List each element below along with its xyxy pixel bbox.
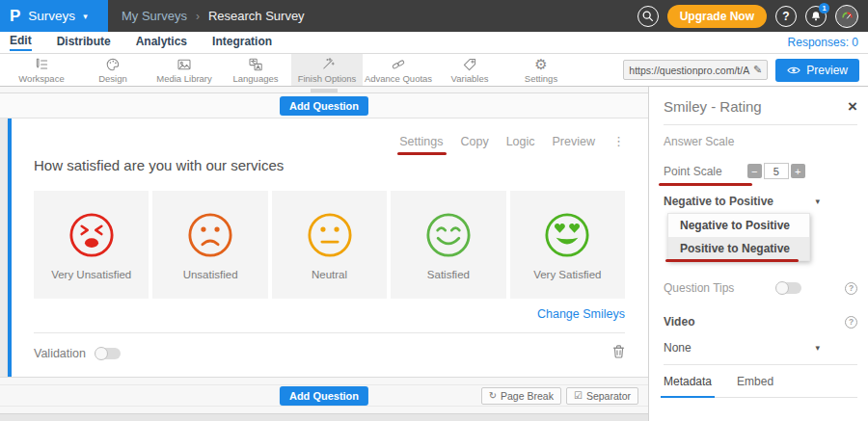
separator-label: Separator [586, 390, 631, 402]
video-row: Video ? [664, 315, 857, 329]
add-question-button-bottom[interactable]: Add Question [280, 386, 368, 406]
question-mark-icon: ? [782, 10, 789, 23]
change-smileys-link[interactable]: Change Smileys [537, 307, 625, 321]
header-actions: Upgrade Now ? 1 [637, 5, 868, 28]
add-question-row-bottom: Add Question ↻Page Break ☑Separator [0, 377, 648, 414]
nav-tab-edit[interactable]: Edit [10, 34, 32, 51]
toolbar-design[interactable]: Design [77, 54, 149, 86]
add-question-button-top[interactable]: Add Question [280, 96, 368, 116]
toolbar-advance-quotas[interactable]: Advance Quotas [363, 54, 434, 86]
tab-metadata[interactable]: Metadata [664, 375, 712, 397]
add-question-row-top: Add Question [0, 93, 648, 118]
breadcrumb-separator-icon: › [196, 10, 200, 23]
product-switcher[interactable]: P Surveys ▾ [0, 0, 108, 32]
insert-controls: ↻Page Break ☑Separator [481, 387, 648, 405]
toolbar-label: Advance Quotas [365, 73, 432, 84]
trash-icon [612, 344, 625, 358]
point-scale-label: Point Scale [664, 165, 722, 178]
decrement-button[interactable]: − [747, 164, 762, 178]
tab-embed[interactable]: Embed [737, 375, 773, 397]
question-tab-copy[interactable]: Copy [460, 135, 488, 148]
preview-button[interactable]: Preview [775, 59, 859, 82]
breadcrumb-my-surveys[interactable]: My Surveys [122, 9, 187, 23]
red-annotation-option [665, 259, 799, 262]
survey-url-input[interactable] [629, 65, 750, 76]
notifications-button[interactable]: 1 [805, 6, 827, 27]
smiley-label: Very Unsatisfied [51, 269, 131, 280]
question-tab-logic[interactable]: Logic [506, 135, 535, 148]
increment-button[interactable]: + [791, 164, 805, 178]
video-label: Video [664, 315, 694, 329]
help-button[interactable]: ? [775, 6, 797, 27]
smiley-option-very-unsatisfied[interactable]: Very Unsatisfied [34, 191, 149, 299]
palette-icon [105, 57, 121, 72]
question-tab-preview[interactable]: Preview [553, 135, 595, 148]
toolbar-languages[interactable]: Languages [220, 54, 291, 86]
validation-toggle[interactable] [95, 348, 121, 359]
question-panel: Settings Copy Logic Preview ⋮ How satisf… [8, 118, 648, 377]
tab-label: Copy [460, 135, 488, 148]
account-avatar[interactable] [835, 5, 858, 28]
nav-tab-analytics[interactable]: Analytics [136, 35, 187, 50]
sidebar-tab-bar: Metadata Embed [664, 375, 857, 398]
toolbar-finish-options[interactable]: Finish Options [291, 54, 363, 86]
survey-url-box: ✎ [623, 60, 768, 80]
answer-scale-label: Answer Scale [664, 135, 857, 148]
option-negative-to-positive[interactable]: Negative to Positive [668, 214, 809, 237]
page-break-label: Page Break [501, 390, 554, 402]
toolbar-label: Settings [525, 73, 557, 84]
editor-toolbar: Workspace Design Media Library Languages… [0, 54, 868, 87]
nav-tab-integration[interactable]: Integration [212, 35, 272, 50]
validation-label: Validation [34, 347, 86, 360]
toolbar-label: Finish Options [298, 73, 357, 84]
question-tab-bar: Settings Copy Logic Preview ⋮ [34, 118, 625, 148]
scale-direction-value: Negative to Positive [664, 195, 773, 208]
upgrade-now-button[interactable]: Upgrade Now [667, 5, 767, 28]
drag-handle[interactable] [311, 89, 338, 92]
video-select[interactable]: None ▾ [664, 341, 820, 355]
workspace-icon [34, 57, 49, 72]
questionpro-logo: P [10, 7, 20, 26]
separator-checkbox-icon: ☑ [574, 390, 583, 401]
toolbar-label: Media Library [156, 73, 212, 84]
breadcrumb: My Surveys › Research Survey [122, 9, 305, 23]
delete-question-button[interactable] [612, 344, 625, 362]
scale-direction-dropdown: Negative to Positive Positive to Negativ… [667, 213, 810, 261]
smiley-label: Neutral [312, 269, 347, 280]
canvas-top-strip [0, 87, 648, 93]
toolbar-settings[interactable]: ⚙ Settings [505, 54, 577, 86]
question-title[interactable]: How satisfied are you with our services [34, 157, 625, 173]
responses-count[interactable]: Responses: 0 [788, 36, 858, 49]
smiley-option-satisfied[interactable]: Satisfied [391, 191, 505, 299]
toggle-knob [775, 281, 789, 295]
smiley-option-very-satisfied[interactable]: Very Satisfied [510, 191, 625, 299]
change-smileys-row: Change Smileys [34, 307, 625, 321]
survey-canvas: Add Question Settings Copy Logic Preview… [0, 87, 648, 421]
smiley-option-unsatisfied[interactable]: Unsatisfied [152, 191, 267, 299]
separator-button[interactable]: ☑Separator [566, 387, 638, 405]
toolbar-workspace[interactable]: Workspace [6, 54, 77, 86]
question-tips-toggle[interactable] [776, 282, 801, 294]
magic-wand-icon [319, 57, 335, 72]
question-tab-settings[interactable]: Settings [399, 135, 443, 148]
neutral-smiley-icon [305, 210, 355, 260]
point-scale-value[interactable]: 5 [764, 163, 789, 179]
smiley-option-neutral[interactable]: Neutral [272, 191, 387, 299]
search-button[interactable] [637, 6, 659, 27]
eye-icon [787, 66, 800, 75]
more-options-icon[interactable]: ⋮ [612, 134, 625, 148]
question-tips-help-icon[interactable]: ? [845, 282, 857, 295]
close-icon[interactable]: × [848, 98, 857, 115]
scale-direction-select[interactable]: Negative to Positive ▾ [664, 195, 820, 208]
toolbar-media-library[interactable]: Media Library [149, 54, 220, 86]
translate-icon [248, 57, 263, 72]
page-break-button[interactable]: ↻Page Break [481, 387, 561, 405]
questionpro-survey-editor: P Surveys ▾ My Surveys › Research Survey… [0, 0, 868, 421]
toolbar-variables[interactable]: Variables [434, 54, 505, 86]
gear-icon: ⚙ [534, 57, 547, 72]
video-help-icon[interactable]: ? [845, 316, 857, 329]
edit-url-icon[interactable]: ✎ [753, 64, 762, 76]
nav-tab-distribute[interactable]: Distribute [57, 35, 111, 50]
option-positive-to-negative[interactable]: Positive to Negative [668, 237, 809, 260]
smiley-scale: Very Unsatisfied Unsatisfied [34, 191, 625, 299]
